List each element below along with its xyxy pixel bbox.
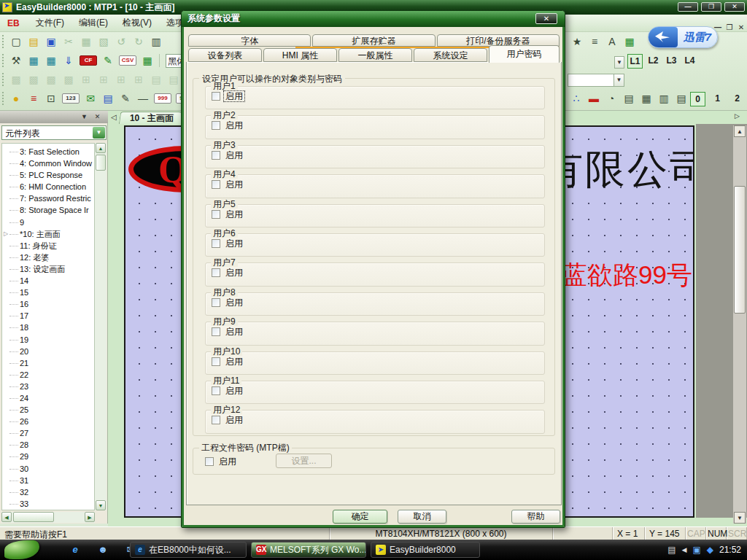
tree-item[interactable]: 16 — [2, 298, 94, 310]
tree-item[interactable]: ▷ *10: 主画面 — [2, 228, 94, 240]
expander-icon[interactable] — [2, 498, 9, 510]
scale-tool-icon[interactable]: ≡ — [586, 34, 603, 49]
toggle-switch-icon[interactable]: ⊡ — [42, 91, 60, 106]
tab-scroll-left-icon[interactable]: ◁ — [111, 113, 117, 121]
expander-icon[interactable] — [2, 287, 9, 298]
layer-button[interactable]: L4 — [682, 54, 697, 69]
tree-item[interactable]: 3: Fast Selection — [2, 146, 94, 158]
tree-item[interactable]: 21 — [2, 357, 94, 369]
expander-icon[interactable] — [2, 381, 9, 392]
enable-label[interactable]: 启用 — [224, 209, 244, 219]
tree-item[interactable]: 20 — [2, 346, 94, 357]
expander-icon[interactable] — [2, 346, 9, 357]
bit-lamp-icon[interactable]: ● — [7, 91, 25, 106]
enable-checkbox[interactable] — [212, 210, 220, 219]
expander-icon[interactable] — [2, 427, 9, 439]
memo-object-icon[interactable]: ✎ — [117, 91, 134, 106]
cancel-button[interactable]: 取消 — [398, 510, 446, 524]
enable-checkbox[interactable] — [212, 268, 220, 277]
enable-label[interactable]: 启用 — [224, 386, 244, 396]
tab-scroll-right-icon[interactable]: ▷ — [735, 112, 740, 120]
tab-user-password[interactable]: 用户密码 — [489, 45, 560, 63]
quicklaunch-ie-icon[interactable]: e — [69, 543, 82, 556]
undo-icon[interactable]: ↺ — [112, 34, 130, 49]
enable-label[interactable]: 启用 — [224, 268, 244, 278]
scroll-up-icon[interactable]: ▲ — [734, 125, 746, 137]
cf-card-icon[interactable]: CF — [80, 55, 97, 66]
align-top-icon[interactable]: ⊞ — [77, 72, 95, 87]
tree-item[interactable]: 12: 老婆 — [2, 252, 94, 263]
enable-checkbox[interactable] — [212, 151, 220, 160]
thunder-widget[interactable]: 迅雷7 — [648, 26, 718, 48]
dialog-tab[interactable]: 扩展存贮器 — [312, 34, 435, 47]
tree-item[interactable]: 13: 设定画面 — [2, 263, 94, 275]
tree-item[interactable]: 15 — [2, 287, 94, 298]
layer-button[interactable]: L3 — [664, 54, 679, 69]
tree-vertical-scrollbar[interactable]: ▲ ▼ — [95, 143, 107, 510]
align-bottom-icon[interactable]: ⊞ — [95, 72, 112, 87]
scroll-up-icon[interactable]: ▲ — [96, 143, 106, 153]
dialog-tab[interactable]: 设备列表 — [188, 48, 262, 62]
layer-button[interactable]: L1 — [627, 54, 643, 69]
tree-item[interactable]: 14 — [2, 275, 94, 287]
new-file-icon[interactable]: ▢ — [7, 34, 25, 49]
mdi-restore-icon[interactable]: ❐ — [725, 23, 734, 31]
enable-checkbox[interactable] — [212, 180, 220, 189]
folder-tray-icon[interactable]: ▣ — [692, 545, 700, 555]
align-left-icon[interactable]: ⊞ — [112, 72, 130, 87]
tree-item[interactable]: 8: Storage Space Ir — [2, 204, 94, 216]
enable-label[interactable]: 启用 — [224, 298, 244, 308]
enable-checkbox[interactable] — [212, 239, 220, 248]
expander-icon[interactable] — [2, 275, 9, 287]
project-enable-checkbox[interactable] — [205, 457, 214, 466]
tree-item[interactable]: 23 — [2, 381, 94, 392]
simulate-icon[interactable]: ✎ — [99, 53, 117, 68]
enable-label[interactable]: 启用 — [224, 179, 244, 190]
send-back-icon[interactable]: ▩ — [25, 72, 42, 87]
expander-icon[interactable] — [2, 357, 9, 369]
dialog-tab[interactable]: 一般属性 — [338, 48, 412, 62]
keyboard-tray-icon[interactable]: ▤ — [667, 545, 676, 555]
enable-label[interactable]: 启用 — [224, 357, 244, 367]
taskbar-item-melsoft[interactable]: GX MELSOFT系列 GX Wo... — [251, 542, 366, 558]
save-icon[interactable]: ▣ — [42, 34, 60, 49]
expander-icon[interactable] — [2, 369, 9, 381]
taskbar-item-easybuilder[interactable]: ➤ EasyBuilder8000 — [371, 542, 480, 558]
zoom-dropdown[interactable]: ▼ — [614, 56, 624, 69]
recipe-icon[interactable]: ▥ — [655, 91, 673, 106]
tree-item[interactable]: 30 — [2, 463, 94, 475]
tree-horizontal-scrollbar[interactable]: ◀ ▶ — [1, 512, 95, 523]
dialog-tab[interactable]: 系统设定 — [414, 48, 487, 62]
scroll-down-icon[interactable]: ▼ — [96, 500, 106, 510]
table-icon[interactable]: ▦ — [139, 53, 156, 68]
expander-icon[interactable] — [2, 439, 9, 451]
state-combo[interactable]: ▼ — [568, 74, 624, 87]
help-button[interactable]: 帮助 — [511, 510, 560, 524]
expander-icon[interactable] — [2, 240, 9, 252]
picture-tool-icon[interactable]: ▦ — [621, 34, 638, 49]
enable-label[interactable]: 启用 — [224, 327, 244, 337]
rebuild-icon[interactable]: ▦ — [42, 53, 60, 68]
chevron-down-icon[interactable]: ▼ — [93, 127, 105, 139]
enable-label[interactable]: 启用 — [224, 150, 244, 160]
quicklaunch-messenger-icon[interactable]: ☻ — [96, 543, 109, 556]
panel-dropdown-icon[interactable]: ▼ — [80, 112, 89, 122]
expander-icon[interactable] — [2, 416, 9, 427]
screen-tab[interactable]: 10 - 主画面 — [119, 112, 185, 124]
expander-icon[interactable] — [2, 181, 9, 192]
state-button[interactable]: 2 — [729, 92, 745, 106]
thunder-tray-icon[interactable]: ◆ — [707, 545, 713, 555]
scroll-down-icon[interactable]: ▼ — [734, 512, 746, 524]
expander-icon[interactable] — [2, 158, 9, 169]
tree-item[interactable]: 9 — [2, 217, 94, 228]
dialog-tab[interactable]: HMI 属性 — [263, 48, 337, 62]
menu-item[interactable]: 编辑(E) — [71, 15, 115, 31]
bring-front-icon[interactable]: ▩ — [7, 72, 25, 87]
tree-item[interactable]: 7: Password Restric — [2, 192, 94, 204]
enable-checkbox[interactable] — [212, 357, 220, 366]
expander-icon[interactable] — [2, 486, 9, 498]
enable-checkbox[interactable] — [212, 92, 220, 101]
csv-export-icon[interactable]: CSV — [119, 55, 136, 66]
expander-icon[interactable] — [2, 252, 9, 263]
print-icon[interactable]: ▥ — [147, 34, 165, 49]
